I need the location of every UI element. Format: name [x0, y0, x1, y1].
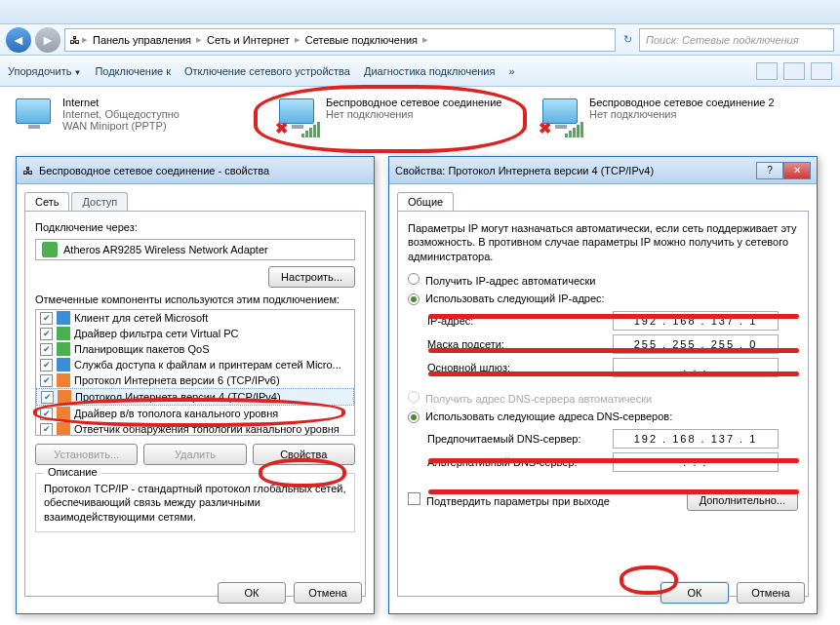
driver-icon — [57, 407, 70, 420]
connection-properties-dialog: 🖧 Беспроводное сетевое соединение - свой… — [16, 156, 375, 614]
properties-button[interactable]: Свойства — [253, 444, 355, 465]
connection-icon: ✖ — [537, 97, 583, 137]
description-legend: Описание — [44, 466, 101, 478]
radio-auto-ip[interactable] — [408, 273, 420, 285]
configure-button[interactable]: Настроить... — [268, 266, 355, 288]
organize-menu[interactable]: Упорядочить▼ — [8, 65, 81, 77]
radio-auto-dns — [408, 391, 420, 403]
radio-manual-dns-label: Использовать следующие адреса DNS-сервер… — [425, 410, 672, 422]
connection-status: Internet, Общедоступно — [62, 108, 180, 120]
tab-network[interactable]: Сеть — [24, 192, 69, 211]
dialog-title: Беспроводное сетевое соединение - свойст… — [39, 165, 269, 176]
annotation-underline — [428, 458, 799, 463]
radio-auto-ip-label: Получить IP-адрес автоматически — [425, 275, 595, 287]
disconnected-icon: ✖ — [275, 119, 288, 137]
connection-device: WAN Miniport (PPTP) — [62, 120, 180, 132]
breadcrumb[interactable]: 🖧 ▸ Панель управления ▸ Сеть и Интернет … — [64, 28, 616, 52]
connection-icon — [10, 97, 57, 137]
list-item[interactable]: ✔Протокол Интернета версии 6 (TCP/IPv6) — [36, 372, 354, 388]
close-button[interactable]: ✕ — [783, 162, 811, 179]
radio-manual-dns[interactable] — [408, 411, 420, 423]
cancel-button[interactable]: Отмена — [737, 582, 805, 604]
dns1-label: Предпочитаемый DNS-сервер: — [427, 433, 613, 445]
window-titlebar — [0, 0, 840, 24]
forward-button[interactable]: ► — [35, 27, 60, 53]
list-item[interactable]: ✔Ответчик обнаружения топологии канально… — [36, 421, 354, 436]
connection-item[interactable]: ✖ Беспроводное сетевое соединение 2 Нет … — [537, 97, 790, 137]
list-item-tcpip4[interactable]: ✔Протокол Интернета версии 4 (TCP/IPv4) — [36, 388, 354, 406]
connection-icon: ✖ — [273, 97, 320, 137]
list-item[interactable]: ✔Служба доступа к файлам и принтерам сет… — [36, 357, 354, 372]
remove-button[interactable]: Удалить — [143, 444, 246, 465]
tab-access[interactable]: Доступ — [71, 192, 128, 211]
connect-using-label: Подключение через: — [35, 221, 355, 233]
annotation-underline — [428, 348, 799, 353]
disable-device-button[interactable]: Отключение сетевого устройства — [184, 65, 350, 77]
radio-manual-ip[interactable] — [408, 293, 420, 305]
connection-status: Нет подключения — [326, 108, 501, 120]
list-item[interactable]: ✔Клиент для сетей Microsoft — [36, 310, 354, 326]
address-bar: ◄ ► 🖧 ▸ Панель управления ▸ Сеть и Интер… — [0, 24, 840, 56]
description-text: Протокол TCP/IP - стандартный протокол г… — [44, 482, 346, 524]
connection-item[interactable]: ✖ Беспроводное сетевое соединение Нет по… — [273, 97, 527, 137]
list-item[interactable]: ✔Драйвер в/в тополога канального уровня — [36, 406, 354, 421]
back-button[interactable]: ◄ — [6, 27, 31, 53]
search-input[interactable]: Поиск: Сетевые подключения — [639, 28, 834, 52]
validate-label: Подтвердить параметры при выходе — [426, 495, 610, 507]
driver-icon — [57, 327, 70, 340]
radio-auto-dns-label: Получить адрес DNS-сервера автоматически — [425, 393, 652, 405]
responder-icon — [57, 422, 70, 436]
validate-checkbox[interactable] — [408, 492, 420, 505]
annotation-underline — [428, 489, 799, 494]
dns1-field[interactable]: 192 . 168 . 137 . 1 — [613, 429, 779, 449]
dialog-title: Свойства: Протокол Интернета версии 4 (T… — [395, 165, 654, 176]
dialog-titlebar[interactable]: 🖧 Беспроводное сетевое соединение - свой… — [17, 157, 374, 184]
connection-item[interactable]: Internet Internet, Общедоступно WAN Mini… — [10, 97, 263, 137]
crumb-network-connections[interactable]: Сетевые подключения — [302, 34, 420, 46]
connection-title: Internet — [62, 97, 180, 108]
connection-status: Нет подключения — [589, 108, 775, 120]
list-item[interactable]: ✔Драйвер фильтра сети Virtual PC — [36, 326, 354, 341]
install-button[interactable]: Установить... — [35, 444, 138, 465]
cancel-button[interactable]: Отмена — [294, 582, 362, 604]
components-list[interactable]: ✔Клиент для сетей Microsoft ✔Драйвер фил… — [35, 309, 355, 436]
wifi-bars-icon — [565, 122, 583, 137]
ipv4-properties-dialog: Свойства: Протокол Интернета версии 4 (T… — [388, 156, 818, 614]
refresh-icon[interactable]: ↻ — [620, 33, 635, 46]
adapter-field: Atheros AR9285 Wireless Network Adapter — [35, 239, 355, 260]
disconnected-icon: ✖ — [539, 119, 551, 137]
description-group: Описание Протокол TCP/IP - стандартный п… — [35, 473, 355, 532]
help-icon[interactable] — [811, 62, 832, 80]
connection-title: Беспроводное сетевое соединение 2 — [589, 97, 775, 108]
diagnose-button[interactable]: Диагностика подключения — [364, 65, 495, 77]
app-icon: 🖧 — [22, 165, 33, 176]
tab-general[interactable]: Общие — [397, 192, 454, 211]
help-button[interactable]: ? — [756, 162, 783, 179]
crumb-network-internet[interactable]: Сеть и Интернет — [204, 34, 293, 46]
ok-button[interactable]: ОК — [218, 582, 286, 604]
view-menu-icon[interactable] — [783, 62, 805, 80]
components-label: Отмеченные компоненты используются этим … — [35, 293, 355, 305]
intro-text: Параметры IP могут назначаться автоматич… — [408, 221, 798, 263]
qos-icon — [57, 342, 70, 356]
toolbar: Упорядочить▼ Подключение к Отключение се… — [0, 56, 840, 87]
dialog-titlebar[interactable]: Свойства: Протокол Интернета версии 4 (T… — [389, 157, 817, 184]
wifi-bars-icon — [301, 122, 320, 137]
ok-button[interactable]: ОК — [660, 582, 729, 604]
annotation-underline — [428, 371, 799, 376]
connections-list: Internet Internet, Общедоступно WAN Mini… — [0, 87, 840, 147]
annotation-underline — [428, 314, 799, 319]
protocol-icon — [58, 390, 71, 404]
connection-title: Беспроводное сетевое соединение — [326, 97, 501, 108]
radio-manual-ip-label: Использовать следующий IP-адрес: — [425, 293, 605, 304]
client-icon — [57, 311, 70, 325]
view-icon[interactable] — [756, 62, 778, 80]
protocol-icon — [57, 373, 70, 387]
folder-icon: 🖧 — [69, 34, 80, 46]
more-arrow-icon[interactable]: » — [508, 65, 514, 77]
adapter-icon — [42, 242, 58, 257]
adapter-name: Atheros AR9285 Wireless Network Adapter — [63, 244, 268, 255]
connect-to-button[interactable]: Подключение к — [95, 65, 171, 77]
list-item[interactable]: ✔Планировщик пакетов QoS — [36, 341, 354, 357]
crumb-control-panel[interactable]: Панель управления — [90, 34, 194, 46]
